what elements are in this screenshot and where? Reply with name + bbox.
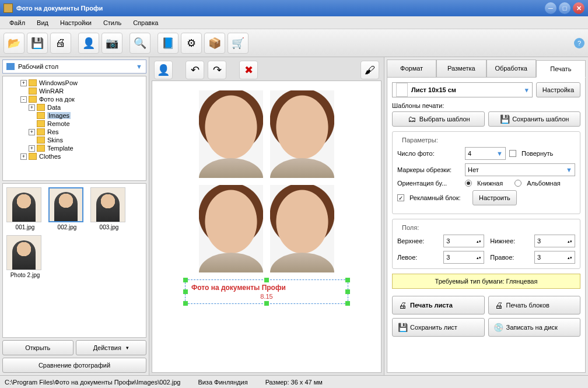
margin-bottom-label: Нижнее: [490,237,528,244]
save-icon: 💾 [499,114,510,124]
rotate-checkbox[interactable] [509,150,516,157]
templates-label: Шаблоны печати: [392,102,580,109]
cart-icon[interactable]: 🛒 [228,33,249,54]
open-button[interactable]: Открыть [2,340,74,355]
tree-expander[interactable]: + [20,153,27,160]
print-sheet-button[interactable]: 🖨Печать листа [392,296,485,314]
margin-left-label: Левое: [397,254,438,261]
compare-button[interactable]: Сравнение фотографий [2,358,146,373]
open-icon[interactable]: 📂 [4,33,24,54]
folder-icon [37,104,45,111]
menu-help[interactable]: Справка [127,18,164,27]
margin-top-label: Верхнее: [397,237,438,244]
tab-layout[interactable]: Разметка [436,60,486,77]
folder-tree[interactable]: +WindowsPowWinRAR-Фото на док+DataImages… [2,76,146,181]
thumbnail-item[interactable]: 003.jpg [90,187,128,230]
watermark-version: 8.15 [191,293,342,300]
path-selector[interactable]: Рабочий стол ▼ [2,60,146,74]
id-photo[interactable] [270,185,334,272]
package-icon[interactable]: 📦 [204,33,225,54]
tree-item[interactable]: WinRAR [4,87,145,95]
maximize-button[interactable]: □ [559,2,570,14]
brush-icon[interactable]: 🖌 [360,61,379,79]
tree-item[interactable]: +Data [4,103,145,111]
tree-item[interactable]: +Res [4,128,145,136]
id-photo[interactable] [199,185,263,272]
chevron-down-icon: ▼ [136,63,142,70]
tree-item[interactable]: Remote [4,120,145,128]
id-photo[interactable] [199,90,263,178]
folder-icon [29,96,37,103]
menu-style[interactable]: Стиль [97,18,127,27]
gear-icon[interactable]: ⚙ [181,33,202,54]
sheet-format-select[interactable]: Лист 10x15 см ▾ [392,82,533,97]
rotate-right-icon[interactable]: ↷ [208,61,226,79]
folder-icon [29,79,37,86]
save-template-button[interactable]: 💾Сохранить шаблон [488,111,581,127]
thumbnail-item[interactable]: 001.jpg [6,187,44,230]
ad-block-label: Рекламный блок: [410,194,469,201]
tree-expander[interactable]: - [20,96,27,103]
folder-icon [37,145,45,152]
photo-count-input[interactable]: 4▼ [465,147,506,160]
center-panel: 👤 ↶ ↷ ✖ 🖌 [149,57,384,375]
orient-portrait-radio[interactable] [465,180,472,187]
ad-block-checkbox[interactable] [397,194,404,201]
close-button[interactable]: ✕ [573,2,584,14]
print-icon[interactable]: 🖨 [50,33,71,54]
menu-file[interactable]: Файл [4,18,31,27]
crop-markers-select[interactable]: Нет▼ [465,163,575,176]
write-disk-button[interactable]: 💿Записать на диск [488,318,581,337]
minimize-button[interactable]: ─ [545,2,556,14]
folder-icon [29,153,37,160]
select-template-button[interactable]: 🗂Выбрать шаблон [392,111,485,127]
margin-left-input[interactable]: 3▴▾ [443,251,484,264]
tree-expander[interactable]: + [29,145,35,152]
menu-view[interactable]: Вид [31,18,54,27]
tree-item[interactable]: +WindowsPow [4,79,145,87]
person-icon[interactable]: 👤 [78,33,99,54]
add-photo-icon[interactable]: 👤 [154,61,173,79]
watermark-box[interactable]: Фото на документы Профи 8.15 [185,279,348,304]
status-size: Размер: 36 x 47 мм [265,379,323,386]
camera-icon[interactable]: 📷 [102,33,123,54]
watermark-text: Фото на документы Профи [191,284,342,292]
tab-print[interactable]: Печать [536,60,586,78]
tree-expander[interactable]: + [20,80,27,86]
titlebar: Фото на документы Профи ─ □ ✕ [0,0,588,16]
thumbnail-item[interactable]: 002.jpg [48,187,86,230]
delete-icon[interactable]: ✖ [239,61,258,79]
save-icon[interactable]: 💾 [27,33,48,54]
tab-processing[interactable]: Обработка [487,60,536,77]
thumbnail-item[interactable]: Photo 2.jpg [6,235,44,278]
configure-ad-button[interactable]: Настроить [473,190,517,205]
thumbnails[interactable]: 001.jpg002.jpg003.jpgPhoto 2.jpg [2,183,146,338]
status-profile: Виза Финляндия [198,379,247,386]
id-photo[interactable] [270,90,334,178]
folder-icon [37,120,45,127]
tree-item[interactable]: Images [4,111,145,120]
tree-item[interactable]: -Фото на док [4,95,145,103]
tree-expander[interactable]: + [29,104,35,111]
print-blocks-button[interactable]: 🖨Печать блоков [488,296,581,314]
margin-right-input[interactable]: 3▴▾ [534,251,575,264]
tree-item[interactable]: +Clothes [4,152,145,160]
preview-canvas[interactable]: Фото на документы Профи 8.15 [152,81,382,373]
paper-requirement: Требуемый тип бумаги: Глянцевая [392,274,580,289]
margin-top-input[interactable]: 3▴▾ [443,235,484,247]
tree-item[interactable]: +Template [4,144,145,152]
tree-expander[interactable]: + [29,129,35,135]
tab-format[interactable]: Формат [387,60,436,77]
actions-button[interactable]: Действия [76,340,147,355]
book-icon[interactable]: 📘 [158,33,178,54]
save-sheet-button[interactable]: 💾Сохранить лист [392,318,485,337]
margin-bottom-input[interactable]: 3▴▾ [534,235,575,247]
help-icon[interactable]: ? [574,38,584,48]
main-toolbar: 📂 💾 🖨 👤 📷 🔍 📘 ⚙ 📦 🛒 ? [0,29,588,57]
zoom-icon[interactable]: 🔍 [130,33,150,54]
tree-item[interactable]: Skins [4,136,145,144]
menu-settings[interactable]: Настройки [54,18,97,27]
orient-landscape-radio[interactable] [514,180,522,187]
sheet-settings-button[interactable]: Настройка [536,82,580,97]
rotate-left-icon[interactable]: ↶ [186,61,204,79]
